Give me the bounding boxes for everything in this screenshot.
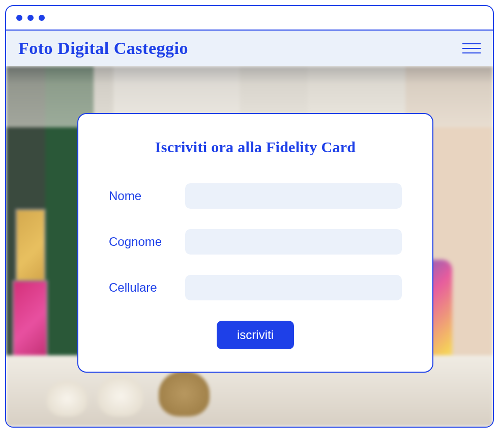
site-title: Foto Digital Casteggio (18, 39, 188, 58)
cellulare-input[interactable] (185, 275, 402, 300)
window-dot-2 (27, 15, 34, 21)
submit-wrapper: iscriviti (109, 321, 402, 349)
nome-input[interactable] (185, 183, 402, 209)
window-dot-1 (16, 15, 22, 21)
window-dot-3 (39, 15, 45, 21)
fidelity-card-form: Iscriviti ora alla Fidelity Card Nome Co… (77, 113, 433, 373)
form-row-cognome: Cognome (109, 229, 402, 255)
form-row-cellulare: Cellulare (109, 275, 402, 300)
browser-chrome (6, 6, 493, 31)
hamburger-menu-icon[interactable] (462, 43, 481, 53)
form-title: Iscriviti ora alla Fidelity Card (109, 138, 402, 156)
nome-label: Nome (109, 189, 185, 203)
iscriviti-button[interactable]: iscriviti (217, 321, 294, 349)
cognome-input[interactable] (185, 229, 402, 255)
browser-window: Foto Digital Casteggio Iscriviti (5, 5, 494, 428)
content-area: Iscriviti ora alla Fidelity Card Nome Co… (6, 66, 493, 427)
site-header: Foto Digital Casteggio (6, 31, 493, 66)
cognome-label: Cognome (109, 235, 185, 249)
cellulare-label: Cellulare (109, 281, 185, 295)
form-row-nome: Nome (109, 183, 402, 209)
